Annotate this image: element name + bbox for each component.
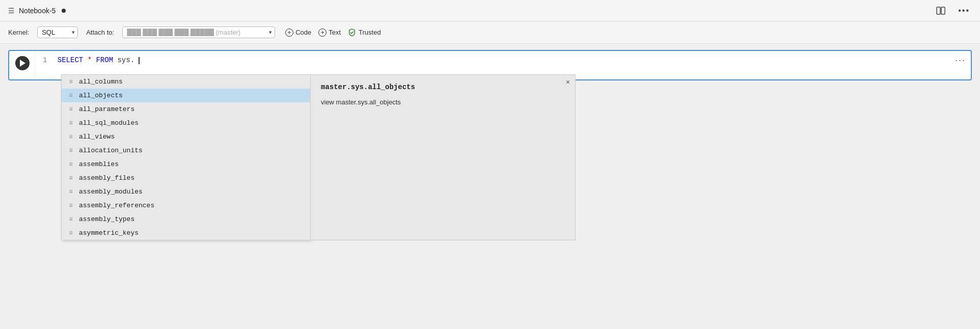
ac-table-icon: ≡ xyxy=(67,106,75,113)
sql-from-keyword: FROM xyxy=(96,56,113,64)
title-bar-right: ••• xyxy=(934,5,972,17)
kernel-select-wrapper[interactable]: SQL xyxy=(37,26,78,38)
ac-item-label: all_columns xyxy=(79,78,123,86)
autocomplete-item[interactable]: ≡assembly_modules xyxy=(62,185,310,199)
kernel-label: Kernel: xyxy=(8,29,29,36)
add-code-button[interactable]: + Code xyxy=(285,29,311,37)
attach-select[interactable]: ███ ███ ███ ███,█████ (master) xyxy=(122,26,275,38)
ac-item-label: assembly_modules xyxy=(79,188,143,196)
text-cursor xyxy=(139,57,140,64)
ac-item-label: all_sql_modules xyxy=(79,119,139,127)
ellipsis-icon: ••• xyxy=(958,6,970,15)
cell-run-area xyxy=(9,51,36,79)
plus-circle-icon: + xyxy=(285,29,293,37)
ac-table-icon: ≡ xyxy=(67,147,75,154)
more-options-button[interactable]: ••• xyxy=(956,5,972,16)
sql-star: * xyxy=(88,56,92,64)
autocomplete-item[interactable]: ≡all_objects xyxy=(62,89,310,102)
cell-more-button[interactable]: ··· xyxy=(955,55,966,66)
autocomplete-item[interactable]: ≡assembly_references xyxy=(62,199,310,212)
attach-label: Attach to: xyxy=(86,29,114,36)
svg-rect-0 xyxy=(937,7,940,14)
trusted-button[interactable]: Trusted xyxy=(348,29,381,37)
title-bar: ☰ Notebook-5 ••• xyxy=(0,0,980,21)
info-title: master.sys.all_objects xyxy=(321,83,565,91)
ac-item-label: all_objects xyxy=(79,92,123,99)
trusted-label: Trusted xyxy=(359,29,381,36)
unsaved-indicator xyxy=(62,9,66,13)
autocomplete-item[interactable]: ≡all_sql_modules xyxy=(62,116,310,130)
line-number: 1 xyxy=(43,56,47,64)
info-close-button[interactable]: × xyxy=(566,78,570,86)
autocomplete-item[interactable]: ≡allocation_units xyxy=(62,144,310,157)
split-view-button[interactable] xyxy=(934,5,948,17)
svg-rect-1 xyxy=(941,7,945,14)
ac-item-label: assemblies xyxy=(79,160,119,168)
toolbar: Kernel: SQL Attach to: ███ ███ ███ ███,█… xyxy=(0,21,980,44)
notebook-title: Notebook-5 xyxy=(19,7,56,15)
shield-icon xyxy=(348,29,356,37)
autocomplete-item[interactable]: ≡asymmetric_keys xyxy=(62,226,310,240)
ac-item-label: assembly_types xyxy=(79,215,134,223)
ac-table-icon: ≡ xyxy=(67,133,75,141)
info-description: view master.sys.all_objects xyxy=(321,98,565,106)
kernel-select[interactable]: SQL xyxy=(37,26,78,38)
autocomplete-item[interactable]: ≡all_parameters xyxy=(62,102,310,116)
add-text-button[interactable]: + Text xyxy=(318,29,341,37)
run-triangle-icon xyxy=(20,60,25,67)
code-label: Code xyxy=(295,29,311,36)
cell-area: 1 SELECT * FROM sys. ··· ≡all_columns≡al… xyxy=(0,44,980,87)
sql-select-keyword: SELECT xyxy=(58,56,83,64)
ac-table-icon: ≡ xyxy=(67,175,75,182)
ac-table-icon: ≡ xyxy=(67,230,75,237)
toolbar-actions: + Code + Text Trusted xyxy=(285,29,381,37)
ac-item-label: all_parameters xyxy=(79,105,134,113)
autocomplete-list: ≡all_columns≡all_objects≡all_parameters≡… xyxy=(61,74,311,240)
ac-item-label: asymmetric_keys xyxy=(79,229,139,237)
sql-space3: sys. xyxy=(117,56,134,64)
ac-item-label: assembly_files xyxy=(79,174,134,182)
ac-table-icon: ≡ xyxy=(67,202,75,209)
autocomplete-item[interactable]: ≡all_views xyxy=(62,130,310,144)
text-label: Text xyxy=(329,29,341,36)
hamburger-icon: ☰ xyxy=(8,7,15,15)
ac-item-label: all_views xyxy=(79,133,115,141)
ac-table-icon: ≡ xyxy=(67,216,75,223)
title-bar-left: ☰ Notebook-5 xyxy=(8,7,66,15)
ac-table-icon: ≡ xyxy=(67,92,75,99)
ac-table-icon: ≡ xyxy=(67,120,75,127)
autocomplete-item[interactable]: ≡assembly_types xyxy=(62,212,310,226)
autocomplete-item[interactable]: ≡assemblies xyxy=(62,157,310,171)
ac-item-label: assembly_references xyxy=(79,202,154,209)
autocomplete-item[interactable]: ≡assembly_files xyxy=(62,171,310,185)
run-button[interactable] xyxy=(15,56,30,70)
autocomplete-item[interactable]: ≡all_columns xyxy=(62,75,310,89)
ac-table-icon: ≡ xyxy=(67,188,75,196)
ac-table-icon: ≡ xyxy=(67,78,75,86)
split-view-icon xyxy=(936,6,946,16)
attach-select-wrapper[interactable]: ███ ███ ███ ███,█████ (master) xyxy=(122,26,275,38)
autocomplete-container: ≡all_columns≡all_objects≡all_parameters≡… xyxy=(61,74,576,240)
cell-ellipsis-icon: ··· xyxy=(955,55,966,65)
ac-table-icon: ≡ xyxy=(67,161,75,168)
info-panel: × master.sys.all_objects view master.sys… xyxy=(311,74,576,240)
ac-item-label: allocation_units xyxy=(79,147,143,154)
plus-circle-text-icon: + xyxy=(318,29,326,37)
